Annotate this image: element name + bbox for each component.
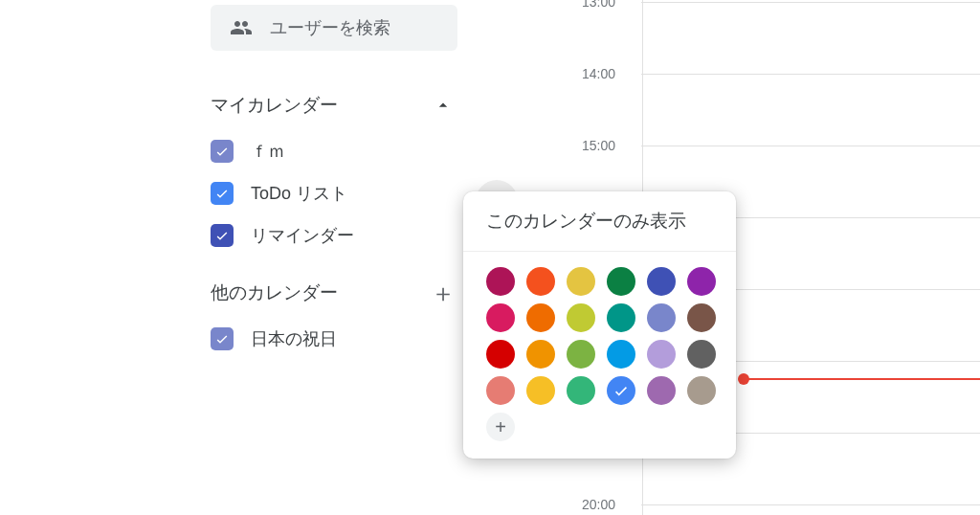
time-label: 20:00 (582, 497, 615, 512)
color-swatch[interactable] (607, 376, 635, 405)
color-swatch[interactable] (687, 340, 716, 369)
color-swatch[interactable] (486, 340, 515, 369)
search-placeholder: ユーザーを検索 (270, 16, 390, 39)
my-calendars-header[interactable]: マイカレンダー (211, 84, 456, 126)
calendar-item[interactable]: ToDo リスト (211, 172, 459, 214)
popover-title: このカレンダーのみ表示 (486, 211, 686, 231)
color-swatch[interactable] (567, 267, 595, 296)
color-swatch[interactable] (486, 267, 515, 296)
color-swatch[interactable] (647, 340, 676, 369)
calendar-checkbox[interactable] (211, 140, 234, 163)
hour-line (641, 2, 980, 3)
color-swatch[interactable] (486, 376, 515, 405)
color-swatch[interactable] (607, 303, 635, 332)
color-swatch[interactable] (687, 267, 716, 296)
plus-icon: + (495, 416, 506, 438)
time-label: 14:00 (582, 66, 615, 81)
color-swatch[interactable] (567, 340, 595, 369)
calendar-label: リマインダー (251, 224, 354, 247)
color-swatch[interactable] (567, 303, 595, 332)
calendar-sidebar: ユーザーを検索 マイカレンダー ｆｍ ToDo リスト リマインダー 他の (211, 0, 459, 360)
color-swatch[interactable] (647, 267, 676, 296)
add-custom-color-button[interactable]: + (486, 413, 515, 441)
calendar-item[interactable]: 日本の祝日 (211, 318, 459, 360)
other-calendars-title: 他のカレンダー (211, 280, 338, 305)
calendar-checkbox[interactable] (211, 327, 234, 350)
color-swatch[interactable] (687, 303, 716, 332)
current-time-line (744, 378, 980, 380)
color-swatch[interactable] (567, 376, 595, 405)
calendar-checkbox[interactable] (211, 182, 234, 205)
calendar-color-popover: このカレンダーのみ表示 + (463, 191, 736, 459)
color-swatch[interactable] (526, 303, 555, 332)
current-time-dot (738, 373, 749, 385)
calendar-label: 日本の祝日 (251, 327, 337, 350)
color-swatch[interactable] (607, 267, 635, 296)
other-calendars-list: 日本の祝日 (211, 318, 459, 360)
color-swatch[interactable] (526, 340, 555, 369)
color-swatch[interactable] (526, 376, 555, 405)
show-only-this-calendar[interactable]: このカレンダーのみ表示 (463, 191, 736, 252)
calendar-label: ｆｍ (251, 140, 285, 163)
calendar-item[interactable]: ｆｍ (211, 130, 459, 172)
calendar-label: ToDo リスト (251, 182, 347, 205)
hour-line (641, 74, 980, 75)
calendar-checkbox[interactable] (211, 224, 234, 247)
color-swatch[interactable] (486, 303, 515, 332)
color-swatch[interactable] (607, 340, 635, 369)
add-calendar-icon[interactable]: ＋ (431, 280, 456, 305)
color-swatch[interactable] (647, 303, 676, 332)
color-swatch[interactable] (647, 376, 676, 405)
chevron-up-icon (431, 93, 456, 118)
hour-line (641, 146, 980, 146)
time-label: 15:00 (582, 138, 615, 153)
hour-line (641, 504, 980, 505)
calendar-item[interactable]: リマインダー (211, 214, 459, 257)
color-swatch[interactable] (526, 267, 555, 296)
time-label: 13:00 (582, 0, 615, 10)
color-swatch[interactable] (687, 376, 716, 405)
people-icon (230, 16, 253, 39)
search-people-button[interactable]: ユーザーを検索 (211, 5, 457, 51)
other-calendars-header[interactable]: 他のカレンダー ＋ (211, 272, 456, 314)
color-swatch-grid (463, 252, 736, 405)
my-calendars-list: ｆｍ ToDo リスト リマインダー (211, 130, 459, 257)
my-calendars-title: マイカレンダー (211, 93, 338, 118)
